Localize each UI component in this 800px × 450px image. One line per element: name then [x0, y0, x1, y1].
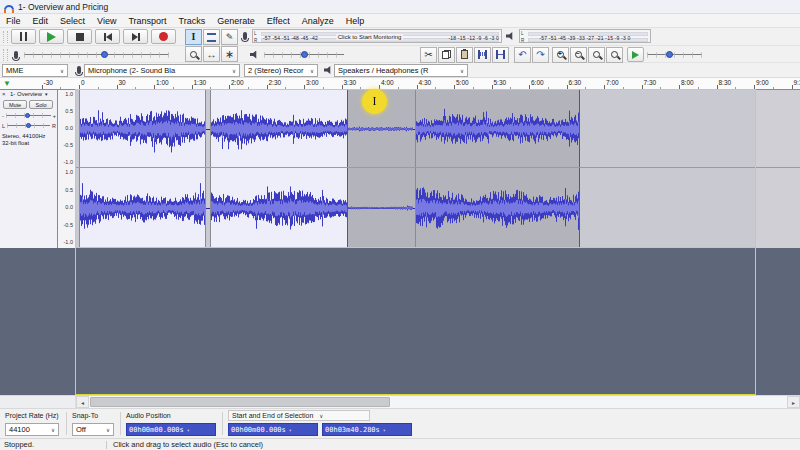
skip-to-start-button[interactable]: [95, 29, 120, 44]
recording-volume-slider[interactable]: [24, 49, 169, 60]
snap-to-select[interactable]: Off∨: [72, 423, 114, 436]
timeline-ruler[interactable]: ▼ -300301:001:302:002:303:003:304:004:30…: [0, 78, 800, 90]
copy-icon: [442, 50, 451, 59]
mouse-cursor-highlight: I: [362, 89, 387, 114]
ruler-minor-tick: [773, 87, 774, 89]
track-title[interactable]: 1- Overview▼: [10, 91, 56, 97]
menu-analyze[interactable]: Analyze: [296, 14, 340, 27]
status-state: Stopped.: [0, 440, 106, 449]
ruler-tick: [679, 85, 680, 89]
chevron-down-icon: ∨: [230, 68, 236, 74]
zoom-out-button[interactable]: [570, 47, 587, 63]
recording-channels-select[interactable]: 2 (Stereo) Recor∨: [244, 64, 318, 77]
play-speed-thumb[interactable]: [666, 51, 673, 58]
envelope-tool-button[interactable]: [203, 29, 220, 45]
recording-volume-thumb[interactable]: [101, 51, 108, 58]
menu-generate[interactable]: Generate: [211, 14, 261, 27]
project-rate-select[interactable]: 44100∨: [5, 423, 59, 436]
tools-toolbar: I ✎ ↔ ∗: [185, 29, 238, 62]
menu-file[interactable]: File: [0, 14, 27, 27]
selection-range-select[interactable]: Start and End of Selection∨: [228, 410, 370, 421]
ruler-minor-tick: [210, 87, 211, 89]
menu-edit[interactable]: Edit: [27, 14, 55, 27]
menu-transport[interactable]: Transport: [122, 14, 172, 27]
undo-button[interactable]: ↶: [514, 47, 531, 63]
toolbar-grip[interactable]: [3, 49, 8, 61]
skip-to-end-button[interactable]: [123, 29, 148, 44]
status-hint: Click and drag to select audio (Esc to c…: [107, 440, 269, 449]
selection-tool-button[interactable]: I: [185, 29, 202, 45]
ruler-minor-tick: [660, 87, 661, 89]
scale-label: 0.5: [65, 187, 73, 193]
undo-icon: ↶: [518, 50, 526, 60]
menu-help[interactable]: Help: [340, 14, 371, 27]
waveform-canvas[interactable]: [76, 90, 800, 248]
mute-button[interactable]: Mute: [3, 100, 27, 109]
pan-slider-thumb[interactable]: [26, 123, 31, 128]
menu-tracks[interactable]: Tracks: [173, 14, 212, 27]
spin-caret-icon: ▾: [187, 427, 190, 433]
multi-tool-button[interactable]: ∗: [221, 46, 238, 62]
gain-slider-thumb[interactable]: [25, 113, 30, 118]
menu-select[interactable]: Select: [54, 14, 91, 27]
menu-view[interactable]: View: [91, 14, 122, 27]
stop-button[interactable]: [67, 29, 92, 44]
ruler-tick: [754, 85, 755, 89]
trim-audio-button[interactable]: [474, 47, 491, 63]
chevron-down-icon: ∨: [458, 68, 464, 74]
audio-position-field[interactable]: 00h00m00.000s▾: [126, 423, 216, 436]
selection-end-field[interactable]: 00h03m40.280s▾: [322, 423, 412, 436]
playback-volume-group: [248, 47, 344, 62]
ruler-minor-tick: [435, 87, 436, 89]
spin-caret-icon: ▾: [289, 427, 292, 433]
ruler-minor-tick: [98, 87, 99, 89]
ruler-label: 3:30: [344, 79, 357, 86]
menu-effect[interactable]: Effect: [261, 14, 296, 27]
track-close-button[interactable]: ×: [2, 91, 6, 97]
monitoring-hint[interactable]: Click to Start Monitoring: [336, 34, 404, 40]
toolbar-row-2: ✂ ↶ ↷: [0, 46, 800, 63]
fit-project-button[interactable]: [606, 47, 623, 63]
track-control-panel: × 1- Overview▼ Mute Solo - + L R Stereo,…: [0, 90, 58, 248]
timeline-pin-icon[interactable]: ▼: [3, 78, 11, 89]
audio-host-select[interactable]: MME∨: [2, 64, 68, 77]
toolbar-grip[interactable]: [3, 31, 8, 43]
copy-button[interactable]: [438, 47, 455, 63]
cut-button[interactable]: ✂: [420, 47, 437, 63]
playback-device-select[interactable]: Speakers / Headphones (R∨: [334, 64, 468, 77]
pan-slider[interactable]: [7, 121, 50, 130]
zoom-in-button[interactable]: [552, 47, 569, 63]
redo-button[interactable]: ↷: [532, 47, 549, 63]
selection-start-field[interactable]: 00h00m00.000s▾: [228, 423, 318, 436]
playback-volume-slider[interactable]: [264, 49, 344, 60]
play-speed-slider[interactable]: [647, 49, 702, 60]
microphone-icon: [243, 32, 247, 40]
scrollbar-thumb[interactable]: [90, 397, 390, 407]
scroll-left-button[interactable]: ◂: [76, 396, 89, 408]
silence-audio-button[interactable]: [492, 47, 509, 63]
horizontal-scrollbar-row: ◂ ▸: [0, 395, 800, 408]
play-button[interactable]: [39, 29, 64, 44]
paste-button[interactable]: [456, 47, 473, 63]
chevron-down-icon: ∨: [104, 427, 110, 433]
recording-meter[interactable]: LR -57 -54 -51 -48 -45 -42 Click to Star…: [252, 29, 502, 43]
play-at-speed-button[interactable]: [627, 47, 644, 62]
solo-button[interactable]: Solo: [29, 100, 53, 109]
playback-volume-thumb[interactable]: [301, 51, 308, 58]
ruler-tick: [567, 85, 568, 89]
vertical-scale[interactable]: 1.00.50.0-0.5-1.01.00.50.0-0.5-1.0: [58, 90, 76, 248]
draw-tool-button[interactable]: ✎: [221, 29, 238, 45]
chevron-down-icon: ∨: [319, 413, 323, 419]
pause-button[interactable]: [11, 29, 36, 44]
recording-device-select[interactable]: Microphone (2- Sound Bla∨: [84, 64, 240, 77]
zoom-tool-button[interactable]: [185, 46, 202, 62]
ruler-tick: [717, 85, 718, 89]
fit-selection-button[interactable]: [588, 47, 605, 63]
playback-meter[interactable]: LR -57 -51 -45 -39 -33 -27 -21 -15 -9 -3…: [519, 29, 651, 43]
scroll-right-button[interactable]: ▸: [787, 396, 800, 408]
time-shift-tool-button[interactable]: ↔: [203, 46, 220, 62]
audio-position-label: Audio Position: [126, 412, 171, 419]
horizontal-scrollbar[interactable]: ◂ ▸: [75, 396, 800, 408]
record-button[interactable]: [151, 29, 176, 44]
gain-slider[interactable]: [6, 111, 51, 120]
